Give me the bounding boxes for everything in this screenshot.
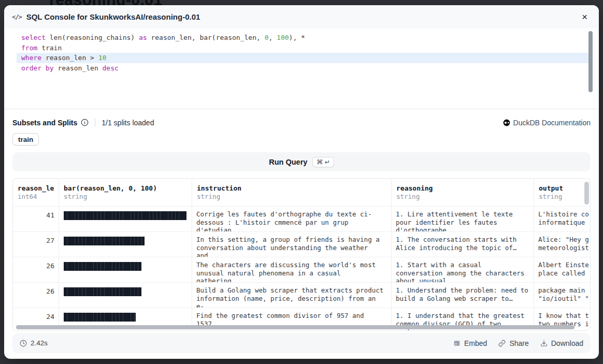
column-type: string bbox=[64, 193, 187, 201]
column-type: string bbox=[539, 193, 585, 201]
share-link-icon bbox=[498, 340, 506, 347]
run-query-label: Run Query bbox=[269, 158, 307, 166]
column-name: bar(reason_len, 0, 100) bbox=[64, 184, 187, 193]
code-line[interactable]: from train bbox=[17, 43, 588, 53]
share-label: Share bbox=[509, 339, 528, 347]
sql-editor[interactable]: select len(reasoning_chains) as reason_l… bbox=[4, 28, 599, 109]
bar-chart-cell bbox=[64, 313, 136, 322]
column-type: string bbox=[396, 193, 529, 201]
code-line[interactable]: where reason_len > 10 bbox=[17, 53, 588, 63]
modal-title: SQL Console for SkunkworksAI/reasoning-0… bbox=[26, 12, 200, 21]
table-row[interactable]: 26Build a Golang web scraper that extrac… bbox=[13, 282, 590, 308]
table-cell: 41 bbox=[13, 207, 59, 231]
splits-row: Subsets and Splits 1/1 splits loaded Duc… bbox=[12, 118, 591, 127]
table-cell: In this setting, a group of friends is h… bbox=[192, 232, 392, 257]
table-row[interactable]: 27In this setting, a group of friends is… bbox=[13, 231, 590, 257]
column-type: int64 bbox=[18, 193, 54, 201]
table-vertical-scrollbar-thumb[interactable] bbox=[584, 182, 589, 205]
duckdb-documentation-link[interactable]: DuckDB Documentation bbox=[503, 119, 591, 127]
download-button[interactable]: Download bbox=[540, 339, 583, 347]
table-cell: 1. Lire attentivement le texte pour iden… bbox=[392, 207, 534, 231]
editor-scrollbar-thumb[interactable] bbox=[588, 31, 593, 92]
info-icon[interactable] bbox=[81, 119, 89, 126]
share-button[interactable]: Share bbox=[498, 339, 528, 347]
column-name: instruction bbox=[197, 184, 386, 193]
subsets-splits-label: Subsets and Splits bbox=[12, 119, 77, 127]
table-header-row: reason_lenint64bar(reason_len, 0, 100)st… bbox=[13, 179, 590, 206]
footer-actions: Embed Share Download bbox=[453, 339, 583, 347]
clock-icon bbox=[20, 340, 27, 347]
table-cell: Albert Einste place called bbox=[534, 257, 590, 282]
embed-icon bbox=[453, 340, 461, 347]
keyboard-shortcut-badge: ⌘ ↵ bbox=[312, 157, 334, 167]
table-body: 41Corrige les fautes d'orthographe du te… bbox=[13, 206, 590, 331]
embed-label: Embed bbox=[464, 339, 487, 347]
splits-loaded-status: 1/1 splits loaded bbox=[102, 119, 154, 127]
query-duration: 2.42s bbox=[20, 339, 48, 347]
column-type: string bbox=[197, 193, 386, 201]
results-table: reason_lenint64bar(reason_len, 0, 100)st… bbox=[12, 178, 591, 331]
table-cell bbox=[59, 257, 192, 282]
column-name: reason_len bbox=[18, 184, 54, 193]
split-chips: train bbox=[12, 133, 591, 145]
table-cell: 26 bbox=[13, 257, 59, 282]
table-cell bbox=[59, 207, 192, 231]
code-line[interactable]: select len(reasoning_chains) as reason_l… bbox=[17, 33, 588, 43]
table-cell: Corrige les fautes d'orthographe du text… bbox=[192, 207, 392, 231]
divider bbox=[95, 118, 95, 127]
column-header[interactable]: bar(reason_len, 0, 100)string bbox=[59, 179, 192, 206]
column-name: reasoning bbox=[396, 184, 529, 193]
table-cell: 1. Start with a casual conversation amon… bbox=[392, 257, 534, 282]
table-cell: package main "io/ioutil" " bbox=[534, 283, 590, 308]
table-row[interactable]: 26The characters are discussing the worl… bbox=[13, 257, 590, 282]
duckdb-logo-icon bbox=[503, 119, 510, 126]
bar-chart-cell bbox=[64, 287, 141, 296]
bar-chart-cell bbox=[64, 211, 186, 220]
table-cell: 26 bbox=[13, 283, 59, 308]
table-cell: L'histoire co informatique bbox=[534, 207, 590, 231]
column-header[interactable]: instructionstring bbox=[192, 179, 392, 206]
table-cell: 1. The conversation starts with Alice in… bbox=[392, 232, 534, 257]
console-body: Subsets and Splits 1/1 splits loaded Duc… bbox=[4, 118, 599, 353]
table-cell: 27 bbox=[13, 232, 59, 257]
duckdb-documentation-label: DuckDB Documentation bbox=[513, 119, 591, 127]
code-icon: </> bbox=[12, 13, 22, 21]
table-horizontal-scrollbar-thumb[interactable] bbox=[16, 325, 575, 329]
modal-header: </> SQL Console for SkunkworksAI/reasoni… bbox=[4, 5, 599, 28]
footer-toolbar: 2.42s Embed Share bbox=[12, 333, 591, 353]
table-cell: Build a Golang web scraper that extracts… bbox=[192, 283, 392, 308]
run-query-button[interactable]: Run Query ⌘ ↵ bbox=[12, 152, 591, 171]
bar-chart-cell bbox=[64, 262, 141, 271]
column-header[interactable]: reasoningstring bbox=[392, 179, 534, 206]
table-row[interactable]: 41Corrige les fautes d'orthographe du te… bbox=[13, 206, 590, 231]
sql-code: select len(reasoning_chains) as reason_l… bbox=[17, 33, 588, 73]
download-label: Download bbox=[551, 339, 583, 347]
table-cell: 1. Understand the problem: need to build… bbox=[392, 283, 534, 308]
table-cell bbox=[59, 283, 192, 308]
sql-console-modal: </> SQL Console for SkunkworksAI/reasoni… bbox=[4, 5, 599, 359]
embed-button[interactable]: Embed bbox=[453, 339, 487, 347]
download-icon bbox=[540, 340, 548, 347]
column-header[interactable]: outputstring bbox=[534, 179, 590, 206]
close-button[interactable]: × bbox=[579, 10, 591, 24]
column-header[interactable]: reason_lenint64 bbox=[13, 179, 59, 206]
table-cell bbox=[59, 232, 192, 257]
query-duration-value: 2.42s bbox=[31, 339, 48, 347]
column-name: output bbox=[539, 184, 585, 193]
code-line[interactable]: order by reason_len desc bbox=[17, 63, 588, 74]
bar-chart-cell bbox=[64, 237, 145, 245]
table-cell: Alice: "Hey g meteorologist bbox=[534, 232, 590, 257]
table-cell: The characters are discussing the world'… bbox=[192, 257, 392, 282]
split-chip-train[interactable]: train bbox=[12, 133, 39, 145]
